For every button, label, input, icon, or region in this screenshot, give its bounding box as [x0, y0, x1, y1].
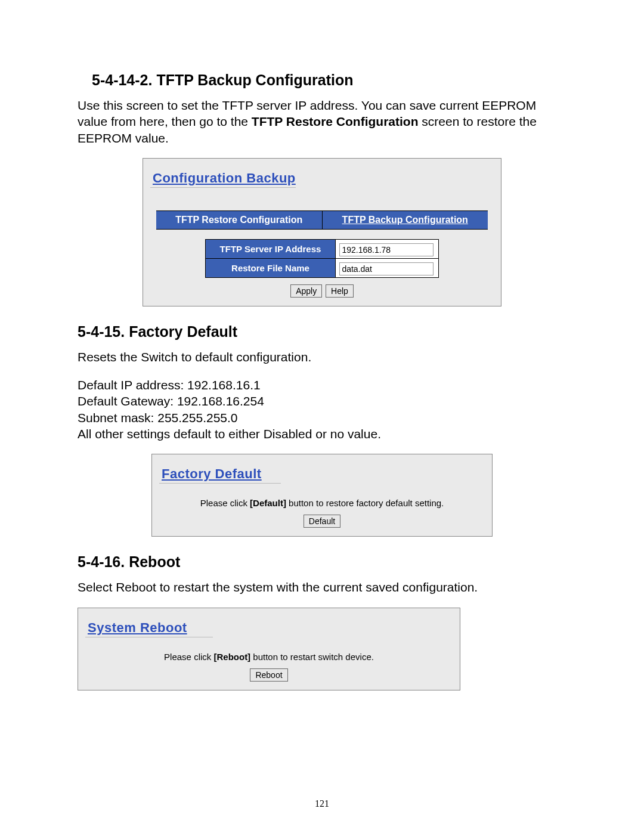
panel-title-factory-default: Factory Default	[159, 462, 281, 484]
instruction-reboot: Please click [Reboot] button to restart …	[85, 652, 453, 662]
screenshot-factory-default: Factory Default Please click [Default] b…	[151, 454, 493, 537]
heading-factory-default: 5-4-15. Factory Default	[78, 323, 566, 340]
tab-tftp-restore[interactable]: TFTP Restore Configuration	[156, 211, 323, 230]
paragraph-reboot: Select Reboot to restart the system with…	[78, 579, 566, 595]
label-tftp-server-ip: TFTP Server IP Address	[205, 239, 336, 258]
panel-title-system-reboot: System Reboot	[85, 615, 213, 637]
instruction-factory: Please click [Default] button to restore…	[159, 498, 485, 508]
text: Please click	[164, 652, 213, 662]
screenshot-system-reboot: System Reboot Please click [Reboot] butt…	[78, 608, 460, 690]
text-bold: [Default]	[250, 498, 286, 508]
page-number: 121	[0, 798, 644, 809]
paragraph-factory-2: Default IP address: 192.168.16.1 Default…	[78, 377, 566, 442]
text: Please click	[200, 498, 250, 508]
text: button to restore factory default settin…	[286, 498, 444, 508]
screenshot-configuration-backup: Configuration Backup TFTP Restore Config…	[143, 158, 501, 306]
help-button[interactable]: Help	[326, 284, 354, 298]
input-restore-file-name[interactable]	[339, 262, 434, 275]
tab-row: TFTP Restore Configuration TFTP Backup C…	[156, 210, 488, 230]
panel-title-configuration-backup: Configuration Backup	[150, 166, 296, 188]
form-table: TFTP Server IP Address Restore File Name	[205, 239, 439, 278]
label-restore-file-name: Restore File Name	[205, 258, 336, 277]
default-button[interactable]: Default	[304, 515, 340, 528]
heading-tftp-backup: 5-4-14-2. TFTP Backup Configuration	[78, 72, 566, 89]
text: Default Gateway: 192.168.16.254	[78, 394, 264, 408]
text: Default IP address: 192.168.16.1	[78, 378, 261, 392]
text-bold: TFTP Restore Configuration	[252, 114, 419, 128]
text: button to restart switch device.	[250, 652, 374, 662]
tab-tftp-backup[interactable]: TFTP Backup Configuration	[323, 211, 488, 230]
paragraph-tftp-intro: Use this screen to set the TFTP server I…	[78, 97, 566, 146]
reboot-button[interactable]: Reboot	[250, 668, 287, 682]
text: All other settings default to either Dis…	[78, 427, 381, 441]
text: Subnet mask: 255.255.255.0	[78, 411, 238, 425]
heading-reboot: 5-4-16. Reboot	[78, 553, 566, 571]
text-bold: [Reboot]	[213, 652, 250, 662]
apply-button[interactable]: Apply	[290, 284, 322, 298]
input-tftp-server-ip[interactable]	[339, 243, 434, 256]
paragraph-factory-1: Resets the Switch to default configurati…	[78, 349, 566, 365]
